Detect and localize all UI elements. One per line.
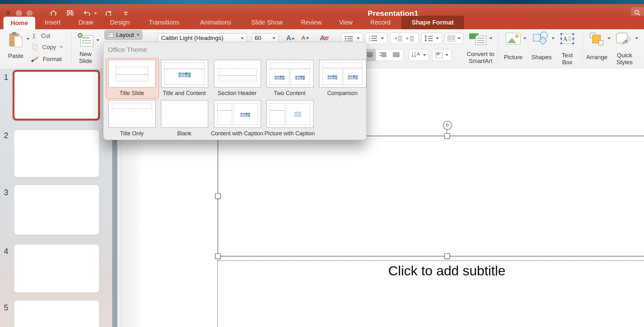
smartart-caret[interactable]: [489, 37, 492, 39]
paste-label: Paste: [8, 53, 24, 59]
picture-caret[interactable]: [523, 37, 526, 39]
new-slide-label-line2: Slide: [79, 58, 92, 65]
numbering-button-group[interactable]: 1 2 3: [365, 33, 387, 44]
tab-slide-show[interactable]: Slide Show: [247, 16, 287, 29]
cut-label: Cut: [41, 32, 50, 39]
rotation-handle[interactable]: ↻: [443, 121, 452, 130]
picture-button[interactable]: [505, 32, 521, 46]
slide-thumbnail-4[interactable]: [14, 245, 99, 293]
text-box-label-line1: Text: [562, 52, 573, 59]
resize-handle-middle-left[interactable]: [215, 193, 221, 199]
layout-dropdown-menu: Office Theme Title Slide Title and Conte…: [103, 42, 367, 140]
line-spacing-caret: [436, 37, 439, 39]
new-slide-button[interactable]: [77, 32, 94, 48]
quick-styles-caret[interactable]: [635, 37, 638, 39]
tab-draw[interactable]: Draw: [77, 16, 94, 29]
picture-label: Picture: [504, 54, 522, 61]
arrange-caret[interactable]: [608, 37, 611, 39]
layout-thumb-comparison: [319, 60, 366, 87]
tab-animations[interactable]: Animations: [196, 16, 236, 29]
slide-thumbnail-2[interactable]: [14, 130, 99, 177]
svg-text:3: 3: [369, 40, 370, 42]
paste-button[interactable]: [7, 31, 25, 48]
slide-thumbnail-1-selected[interactable]: [13, 70, 100, 121]
layout-option-comparison[interactable]: Comparison: [318, 60, 370, 100]
paste-dropdown-caret[interactable]: [26, 38, 30, 40]
layout-menu-header: Office Theme: [108, 46, 147, 54]
layout-thumb-picture-with-caption: [266, 100, 314, 128]
line-spacing-button[interactable]: [421, 33, 442, 44]
ribbon-divider: [71, 32, 72, 64]
close-window-button[interactable]: [5, 10, 11, 16]
layout-option-picture-with-caption[interactable]: Picture with Caption: [265, 100, 317, 140]
new-slide-icon: [77, 32, 94, 48]
quick-styles-label-line1: Quick: [617, 52, 632, 59]
layout-button[interactable]: Layout: [104, 30, 142, 40]
layout-thumb-two-content: [266, 60, 314, 87]
quick-styles-icon: [615, 31, 633, 46]
resize-handle-top-middle[interactable]: [444, 133, 450, 139]
arrange-label: Arrange: [586, 54, 608, 61]
text-box-button[interactable]: A: [559, 32, 575, 46]
ribbon-divider: [582, 32, 583, 64]
clear-formatting-button[interactable]: A: [317, 33, 331, 43]
arrange-button[interactable]: [589, 32, 605, 46]
shapes-button[interactable]: [532, 31, 550, 46]
tab-shape-format[interactable]: Shape Format: [401, 16, 464, 29]
tab-transitions[interactable]: Transitions: [145, 16, 183, 29]
new-slide-dropdown-caret[interactable]: [96, 39, 99, 41]
format-label: Format: [43, 56, 62, 63]
slide-thumbnail-3[interactable]: [14, 185, 99, 235]
columns-button[interactable]: [445, 33, 464, 44]
slide-thumbnail-5[interactable]: [14, 301, 99, 327]
copy-button[interactable]: Copy: [31, 44, 63, 51]
layout-thumb-title-slide: [108, 60, 156, 87]
subtitle-placeholder-prompt[interactable]: Click to add subtitle: [217, 263, 644, 279]
tab-record[interactable]: Record: [369, 16, 392, 29]
minimize-window-button[interactable]: [16, 10, 22, 16]
picture-icon: [506, 32, 521, 45]
undo-dropdown-caret[interactable]: [94, 13, 97, 14]
scissors-icon: ✂: [30, 33, 38, 39]
zoom-window-button[interactable]: [26, 10, 33, 16]
layout-thumb-content-with-caption: [214, 100, 261, 128]
font-name-input[interactable]: [158, 33, 247, 43]
quick-styles-label-line2: Styles: [616, 59, 633, 66]
font-size-caret[interactable]: [272, 37, 275, 39]
indent-button-group: [390, 33, 419, 44]
tab-design[interactable]: Design: [109, 16, 130, 29]
shapes-caret[interactable]: [552, 37, 555, 39]
text-box-label-line2: Box: [562, 59, 573, 66]
columns-icon: [447, 35, 455, 42]
increase-indent-icon[interactable]: [406, 36, 414, 41]
quick-styles-button[interactable]: [615, 31, 633, 46]
svg-text:2: 2: [369, 37, 370, 40]
align-right-button[interactable]: [380, 52, 386, 58]
tab-view[interactable]: View: [337, 16, 355, 29]
font-name-caret[interactable]: [241, 37, 244, 39]
resize-handle-bottom-middle[interactable]: [444, 253, 450, 259]
shapes-icon: [532, 31, 550, 46]
svg-text:A: A: [563, 36, 568, 42]
resize-handle-bottom-left[interactable]: [215, 253, 221, 259]
titlebar: Presentation1: [0, 4, 644, 16]
text-direction-button[interactable]: A: [409, 49, 429, 61]
picture-placeholder-icon: [295, 112, 301, 116]
cut-button[interactable]: ✂ Cut: [31, 32, 50, 40]
slide-number: 3: [4, 188, 8, 197]
title-placeholder-bottom-edge[interactable]: [218, 256, 644, 257]
align-center-icon: [366, 52, 373, 58]
tab-home[interactable]: Home: [3, 17, 35, 29]
align-text-icon: [435, 52, 443, 58]
shapes-label: Shapes: [531, 54, 552, 61]
tab-insert[interactable]: Insert: [43, 16, 62, 29]
convert-to-smartart-button[interactable]: [468, 32, 488, 46]
tab-review[interactable]: Review: [299, 16, 323, 29]
shrink-font-button[interactable]: A: [299, 33, 312, 43]
align-text-button[interactable]: [432, 49, 452, 61]
justify-button[interactable]: [393, 52, 400, 58]
grow-font-button[interactable]: A: [284, 33, 297, 43]
decrease-indent-icon[interactable]: [394, 36, 402, 41]
ribbon-divider: [498, 32, 498, 64]
format-painter-button[interactable]: Format: [31, 56, 62, 63]
